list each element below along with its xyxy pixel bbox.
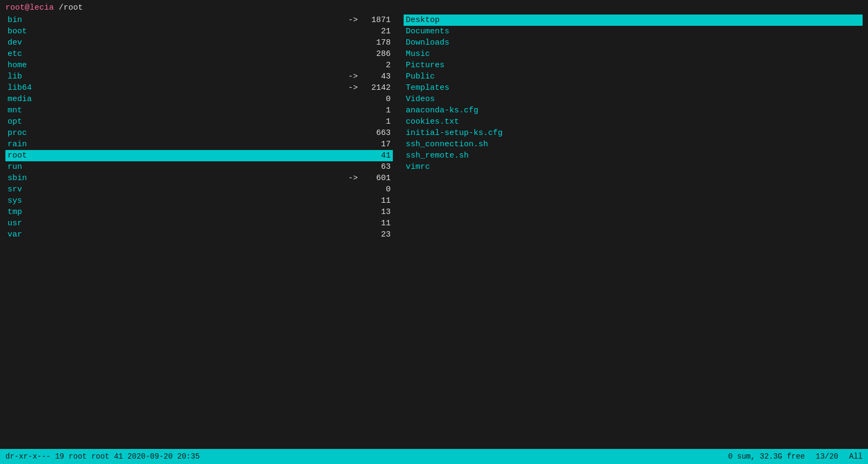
item-name: anaconda-ks.cfg	[406, 106, 478, 115]
list-item[interactable]: Videos	[404, 94, 863, 105]
right-status: 0 sum, 32.3G free 13/20 All	[728, 452, 863, 461]
list-item[interactable]: sys11	[5, 195, 393, 206]
item-name: usr	[8, 219, 72, 228]
item-size: 1	[361, 117, 391, 126]
status-bar: dr-xr-x--- 19 root root 41 2020-09-20 20…	[0, 449, 868, 464]
item-name: run	[8, 162, 72, 172]
item-size: 1871	[361, 16, 391, 25]
item-name: Documents	[406, 27, 449, 36]
list-item[interactable]: opt1	[5, 116, 393, 127]
list-item[interactable]: ssh_remote.sh	[404, 150, 863, 161]
list-item[interactable]: media0	[5, 94, 393, 105]
item-name: bin	[8, 16, 72, 25]
list-item[interactable]: initial-setup-ks.cfg	[404, 127, 863, 139]
right-pane: DesktopDocumentsDownloadsMusicPicturesPu…	[398, 15, 868, 449]
item-name: lib	[8, 72, 72, 81]
list-item[interactable]: Pictures	[404, 60, 863, 71]
item-name: Music	[406, 49, 430, 59]
list-item[interactable]: Music	[404, 48, 863, 60]
list-item[interactable]: usr11	[5, 218, 393, 229]
item-name: sbin	[8, 174, 72, 183]
list-item[interactable]: Public	[404, 71, 863, 82]
list-item[interactable]: etc286	[5, 48, 393, 60]
item-name: cookies.txt	[406, 117, 459, 126]
item-name: mnt	[8, 106, 72, 115]
item-size: 0	[361, 185, 391, 194]
item-size: 17	[361, 140, 391, 149]
main-content: bin-> 1871boot21dev178etc286home2lib-> 4…	[0, 15, 868, 449]
item-name: boot	[8, 27, 72, 36]
list-item[interactable]: vimrc	[404, 161, 863, 173]
item-name: proc	[8, 129, 72, 138]
list-item[interactable]: anaconda-ks.cfg	[404, 105, 863, 116]
item-name: home	[8, 61, 72, 70]
item-size: 21	[361, 27, 391, 36]
item-size: 43	[361, 72, 391, 81]
list-item[interactable]: run63	[5, 161, 393, 173]
list-item[interactable]: lib64-> 2142	[5, 82, 393, 94]
item-name: Public	[406, 72, 435, 81]
position-info: 13/20	[816, 452, 838, 461]
item-size: 1	[361, 106, 391, 115]
item-name: ssh_connection.sh	[406, 140, 488, 149]
user-host: root@lecia	[5, 3, 54, 12]
list-item[interactable]: cookies.txt	[404, 116, 863, 127]
item-name: vimrc	[406, 162, 430, 172]
item-name: Videos	[406, 95, 435, 104]
item-name: etc	[8, 49, 72, 59]
item-size: 286	[361, 49, 391, 59]
item-size: 13	[361, 208, 391, 217]
list-item[interactable]: rain17	[5, 139, 393, 150]
item-arrow: ->	[348, 72, 361, 81]
list-item[interactable]: bin-> 1871	[5, 15, 393, 26]
item-name: tmp	[8, 208, 72, 217]
item-size: 23	[361, 230, 391, 239]
item-name: var	[8, 230, 72, 239]
item-size: 178	[361, 38, 391, 47]
item-name: dev	[8, 38, 72, 47]
item-arrow: ->	[348, 174, 361, 183]
item-name: Templates	[406, 83, 449, 92]
terminal: root@lecia /root bin-> 1871boot21dev178e…	[0, 0, 868, 464]
item-size: 63	[361, 162, 391, 172]
list-item[interactable]: Templates	[404, 82, 863, 94]
current-path: /root	[54, 3, 83, 12]
item-name: ssh_remote.sh	[406, 151, 469, 160]
item-arrow: ->	[348, 16, 361, 25]
list-item[interactable]: mnt1	[5, 105, 393, 116]
item-name: rain	[8, 140, 72, 149]
mode-info: All	[849, 452, 863, 461]
list-item[interactable]: Downloads	[404, 37, 863, 48]
item-name: sys	[8, 196, 72, 205]
list-item[interactable]: lib-> 43	[5, 71, 393, 82]
item-size: 11	[361, 196, 391, 205]
list-item[interactable]: proc663	[5, 127, 393, 139]
list-item[interactable]: dev178	[5, 37, 393, 48]
item-name: Pictures	[406, 61, 444, 70]
list-item[interactable]: boot21	[5, 26, 393, 37]
list-item[interactable]: Documents	[404, 26, 863, 37]
item-name: Desktop	[406, 16, 440, 25]
list-item[interactable]: sbin-> 601	[5, 173, 393, 184]
left-pane: bin-> 1871boot21dev178etc286home2lib-> 4…	[0, 15, 398, 449]
item-size: 601	[361, 174, 391, 183]
file-info: dr-xr-x--- 19 root root 41 2020-09-20 20…	[5, 452, 200, 461]
item-size: 663	[361, 129, 391, 138]
list-item[interactable]: tmp13	[5, 206, 393, 218]
item-name: srv	[8, 185, 72, 194]
list-item[interactable]: ssh_connection.sh	[404, 139, 863, 150]
item-arrow: ->	[348, 83, 361, 92]
list-item[interactable]: Desktop	[404, 15, 863, 26]
item-name: opt	[8, 117, 72, 126]
list-item[interactable]: var23	[5, 229, 393, 240]
list-item[interactable]: srv0	[5, 184, 393, 195]
item-name: media	[8, 95, 72, 104]
item-size: 2142	[361, 83, 391, 92]
item-name: lib64	[8, 83, 72, 92]
item-name: root	[8, 151, 72, 160]
item-name: Downloads	[406, 38, 449, 47]
item-name: initial-setup-ks.cfg	[406, 129, 503, 138]
list-item[interactable]: root41	[5, 150, 393, 161]
list-item[interactable]: home2	[5, 60, 393, 71]
sum-info: 0 sum, 32.3G free	[728, 452, 805, 461]
